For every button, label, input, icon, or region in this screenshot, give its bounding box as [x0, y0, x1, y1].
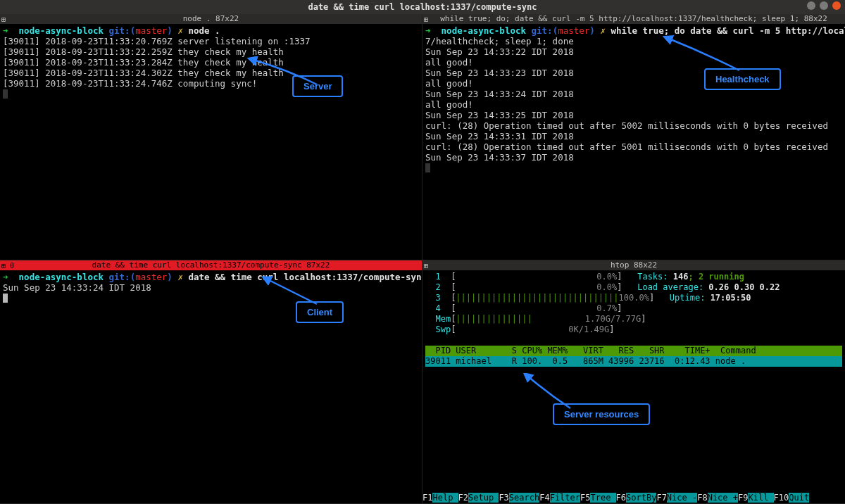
- pane-healthcheck[interactable]: ⊞ while true; do; date && curl -m 5 http…: [423, 14, 845, 260]
- terminal-window: date && time curl localhost:1337/compute…: [0, 0, 845, 504]
- split-icon[interactable]: ⊞: [424, 261, 428, 271]
- term-title[interactable]: ⊞ while true; do; date && curl -m 5 http…: [423, 14, 845, 24]
- terminal-output[interactable]: ➜ node-async-block git:(master) ✗ node .…: [0, 24, 422, 260]
- pane-htop[interactable]: ⊞ htop 88x22 1 [0.0%] Tasks: 146; 2 runn…: [423, 260, 845, 504]
- htop-fkeys[interactable]: F1Help F2Setup F3SearchF4FilterF5Tree F6…: [423, 493, 845, 503]
- split-icon[interactable]: ⊞: [424, 15, 428, 25]
- htop-process-row[interactable]: 39011 michael R 100. 0.5 865M 43996 2371…: [425, 356, 842, 367]
- terminal-output[interactable]: ➜ node-async-block git:(master) ✗ while …: [423, 24, 845, 260]
- pane-client[interactable]: ⊞ 0 date && time curl localhost:1337/com…: [0, 260, 423, 504]
- term-title[interactable]: ⊞ node . 87x22: [0, 14, 422, 24]
- window-titlebar[interactable]: date && time curl localhost:1337/compute…: [0, 0, 845, 14]
- window-title: date && time curl localhost:1337/compute…: [308, 2, 537, 12]
- window-close-button[interactable]: [832, 1, 841, 10]
- pane-grid: ⊞ node . 87x22 ➜ node-async-block git:(m…: [0, 14, 845, 504]
- htop-output[interactable]: 1 [0.0%] Tasks: 146; 2 running 2 [0.0%] …: [423, 270, 845, 503]
- htop-header[interactable]: PID USER S CPU% MEM% VIRT RES SHR TIME+ …: [425, 346, 842, 356]
- terminal-output[interactable]: ➜ node-async-block git:(master) ✗ date &…: [0, 270, 422, 503]
- pane-server[interactable]: ⊞ node . 87x22 ➜ node-async-block git:(m…: [0, 14, 423, 260]
- window-maximize-button[interactable]: [820, 1, 828, 10]
- term-title-active[interactable]: ⊞ 0 date && time curl localhost:1337/com…: [0, 260, 422, 270]
- window-minimize-button[interactable]: [807, 1, 815, 10]
- split-icon[interactable]: ⊞ 0: [1, 261, 14, 271]
- term-title[interactable]: ⊞ htop 88x22: [423, 260, 845, 270]
- split-icon[interactable]: ⊞: [1, 15, 6, 25]
